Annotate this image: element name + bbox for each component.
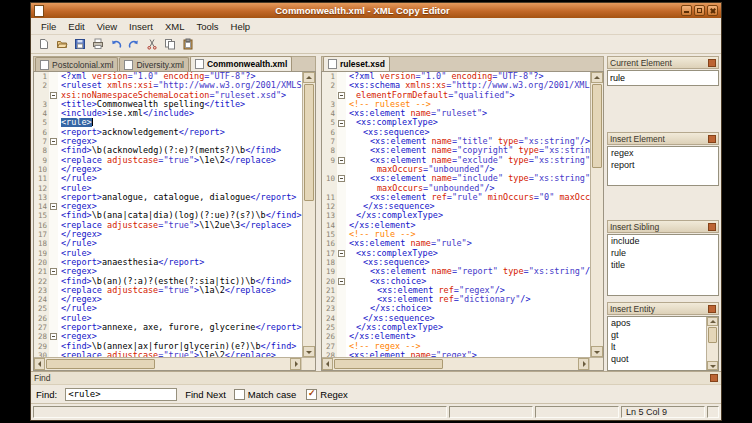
panel-close-button[interactable] xyxy=(708,59,716,67)
list-item-rule[interactable]: rule xyxy=(608,247,718,259)
menu-help[interactable]: Help xyxy=(225,20,257,33)
editor-line[interactable]: 13<report>analogue, catalogue, dialogue<… xyxy=(34,193,302,202)
panel-close-button[interactable] xyxy=(708,223,716,231)
vertical-scrollbar[interactable] xyxy=(302,72,315,357)
list-scrollbar[interactable] xyxy=(706,317,718,370)
editor-line[interactable]: 4<xs:element name="ruleset"> xyxy=(322,109,590,118)
editor-line[interactable]: 9<xs:element name="exclude" type="xs:str… xyxy=(322,156,590,165)
editor-line[interactable]: 23</xs:choice> xyxy=(322,304,590,313)
menu-insert[interactable]: Insert xyxy=(123,20,159,33)
paste-button[interactable] xyxy=(180,37,195,52)
menu-file[interactable]: File xyxy=(35,20,62,33)
scroll-up-button[interactable] xyxy=(303,72,315,83)
fold-toggle-icon[interactable] xyxy=(338,175,345,182)
editor-line[interactable]: 8<find>\b(acknowledg)(?:e)?(ments?)\b</f… xyxy=(34,146,302,155)
editor-line[interactable]: 5<rule> xyxy=(34,118,302,127)
list-item-lt[interactable]: lt xyxy=(608,341,706,353)
editor-line[interactable]: 21<xs:element ref="regex"/> xyxy=(322,286,590,295)
scroll-down-button[interactable] xyxy=(303,346,315,357)
minimize-button[interactable] xyxy=(681,5,692,16)
editor-line[interactable]: maxOccurs="unbounded"/> xyxy=(322,184,590,193)
tab-postcolonial.xml[interactable]: Postcolonial.xml xyxy=(35,57,118,71)
editor-line[interactable]: 14</xs:element> xyxy=(322,221,590,230)
fold-toggle-icon[interactable] xyxy=(338,92,345,99)
editor-line[interactable]: 19<rule> xyxy=(34,249,302,258)
editor-line[interactable]: 16<xs:element name="rule"> xyxy=(322,239,590,248)
print-button[interactable] xyxy=(90,37,105,52)
list-scrollbar-thumb[interactable] xyxy=(708,327,717,343)
editor-line[interactable]: 5<xs:complexType> xyxy=(322,118,590,127)
current-element-field[interactable] xyxy=(607,70,719,86)
fold-toggle-icon[interactable] xyxy=(338,278,345,285)
horizontal-scrollbar-thumb[interactable] xyxy=(46,359,155,369)
editor-line[interactable]: 13</xs:complexType> xyxy=(322,211,590,220)
scroll-up-button[interactable] xyxy=(591,72,603,83)
undo-button[interactable] xyxy=(108,37,123,52)
vertical-scrollbar-thumb[interactable] xyxy=(304,84,314,201)
editor-line[interactable]: 28<regex> xyxy=(34,332,302,341)
fold-toggle-icon[interactable] xyxy=(338,157,345,164)
editor-line[interactable]: 12<rule> xyxy=(34,184,302,193)
editor-line[interactable]: 2<ruleset xmlns:xsi="http://www.w3.org/2… xyxy=(34,81,302,90)
editor-line[interactable]: 10</regex> xyxy=(34,165,302,174)
editor-line[interactable]: 10<xs:element name="include" type="xs:st… xyxy=(322,174,590,183)
scroll-right-button[interactable] xyxy=(578,358,589,370)
editor-line[interactable]: 15<find>\b(ana|cata|dia)(log)(?:ue)?(s?)… xyxy=(34,211,302,220)
editor-line[interactable]: 17<xs:complexType> xyxy=(322,249,590,258)
editor-line[interactable]: xsi:noNamespaceSchemaLocation="ruleset.x… xyxy=(34,91,302,100)
horizontal-scrollbar[interactable] xyxy=(322,358,589,370)
editor-line[interactable]: 21<regex> xyxy=(34,267,302,276)
list-item-apos[interactable]: apos xyxy=(608,317,706,329)
menu-tools[interactable]: Tools xyxy=(190,20,224,33)
editor-line[interactable]: 20<report>anaesthesia</report> xyxy=(34,258,302,267)
editor-line[interactable]: 14<regex> xyxy=(34,202,302,211)
horizontal-scrollbar[interactable] xyxy=(34,358,301,370)
fold-toggle-icon[interactable] xyxy=(50,92,57,99)
editor-line[interactable]: 1<?xml version="1.0" encoding="UTF-8"?> xyxy=(322,72,590,81)
cut-button[interactable] xyxy=(144,37,159,52)
save-button[interactable] xyxy=(72,37,87,52)
editor-line[interactable]: maxOccurs="unbounded"/> xyxy=(322,165,590,174)
find-input[interactable] xyxy=(65,388,177,401)
fold-toggle-icon[interactable] xyxy=(50,268,57,275)
editor-line[interactable]: 6<xs:sequence> xyxy=(322,128,590,137)
editor-line[interactable]: 7<regex> xyxy=(34,137,302,146)
find-next-button[interactable]: Find Next xyxy=(185,389,226,400)
editor-line[interactable]: 18</rule> xyxy=(34,239,302,248)
editor-line[interactable]: 3<title>Commonwealth spelling</title> xyxy=(34,100,302,109)
panel-close-button[interactable] xyxy=(708,305,716,313)
list-item-title[interactable]: title xyxy=(608,259,718,271)
vertical-scrollbar-thumb[interactable] xyxy=(592,84,602,168)
titlebar[interactable]: Commonwealth.xml - XML Copy Editor xyxy=(31,3,721,18)
editor-line[interactable]: 26</xs:element> xyxy=(322,332,590,341)
menu-view[interactable]: View xyxy=(91,20,123,33)
new-button[interactable] xyxy=(36,37,51,52)
editor-text-area[interactable]: 1<?xml version="1.0" encoding="UTF-8"?>2… xyxy=(34,72,302,357)
editor-line[interactable]: 25</rule> xyxy=(34,304,302,313)
editor-line[interactable]: 23<replace adjustcase="true">\1a\2</repl… xyxy=(34,286,302,295)
editor-line[interactable]: 22<xs:element ref="dictionary"/> xyxy=(322,295,590,304)
editor-line[interactable]: 8<xs:element name="copyright" type="xs:s… xyxy=(322,146,590,155)
editor-line[interactable]: 26<rule> xyxy=(34,314,302,323)
editor-line[interactable]: 1<?xml version="1.0" encoding="UTF-8"?> xyxy=(34,72,302,81)
editor-line[interactable]: 22<find>\b(an)(?:a)?(esthe(?:sia|tic))\b… xyxy=(34,277,302,286)
open-button[interactable] xyxy=(54,37,69,52)
vertical-scrollbar[interactable] xyxy=(590,72,603,357)
editor-text-area[interactable]: 1<?xml version="1.0" encoding="UTF-8"?>2… xyxy=(322,72,590,357)
menu-xml[interactable]: XML xyxy=(159,20,191,33)
list-item-include[interactable]: include xyxy=(608,235,718,247)
editor-line[interactable]: 11<xs:element ref="rule" minOccurs="0" m… xyxy=(322,193,590,202)
editor-line[interactable]: 24</regex> xyxy=(34,295,302,304)
editor-line[interactable]: 18<xs:sequence> xyxy=(322,258,590,267)
copy-button[interactable] xyxy=(162,37,177,52)
list-item-regex[interactable]: regex xyxy=(608,147,718,159)
list-item-gt[interactable]: gt xyxy=(608,329,706,341)
editor-line[interactable]: 3<!-- ruleset --> xyxy=(322,100,590,109)
editor-line[interactable]: 15<!-- rule --> xyxy=(322,230,590,239)
redo-button[interactable] xyxy=(126,37,141,52)
fold-toggle-icon[interactable] xyxy=(50,138,57,145)
scroll-down-button[interactable] xyxy=(707,361,718,370)
fold-toggle-icon[interactable] xyxy=(338,250,345,257)
panel-close-button[interactable] xyxy=(708,135,716,143)
editor-line[interactable]: elementFormDefault="qualified"> xyxy=(322,91,590,100)
